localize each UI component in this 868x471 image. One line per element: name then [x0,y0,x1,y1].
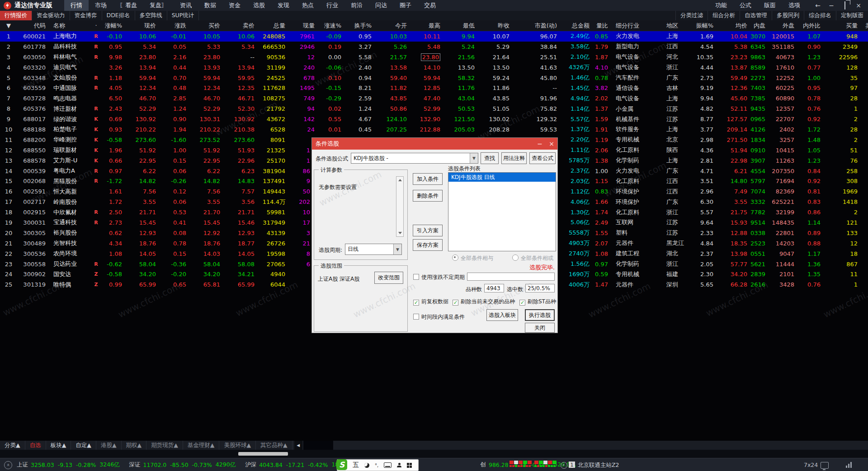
tool-组合分析[interactable]: 组合分析 [708,11,740,20]
menu-市场[interactable]: 市场 [89,0,113,11]
column-header-idx[interactable]: ▼ [0,20,17,31]
column-header-pe[interactable]: 市盈(动) [513,20,560,31]
find-button[interactable]: 查找 [481,152,499,164]
save-plan-button[interactable]: 保存方案 [413,239,443,251]
table-row[interactable]: 3603050科林电气R9.9823.802.1623.80--90536120… [0,52,868,62]
toolbar-tab-SUP统计[interactable]: SUP统计 [167,11,199,20]
table-row[interactable]: 4603320迪贝电气3.2613.940.4413.9313.94311992… [0,62,868,73]
bottom-tab-港股[interactable]: 港股▲ [96,441,122,450]
column-header-inner[interactable]: 内盘 [750,20,769,31]
dialog-titlebar[interactable]: 条件选股 − × [312,138,557,150]
back-icon[interactable]: ← [811,2,825,9]
menu-资讯[interactable]: 资讯 [174,0,198,11]
radio-all-and[interactable]: 全部条件相与 [452,254,493,262]
chevron-down-icon[interactable]: ▼ [393,244,401,254]
bottom-tab-期权[interactable]: 期权▲ [122,441,147,450]
menu-选股[interactable]: 选股 [247,0,271,11]
menu-功能[interactable]: 功能 [709,0,733,11]
params-scrollbar[interactable] [396,176,404,237]
add-condition-button[interactable]: 加入条件 [413,173,443,185]
signal-bars-icon[interactable] [846,462,853,468]
column-header-chg[interactable]: 涨跌 [159,20,189,31]
menu-选项[interactable]: 选项 [782,0,807,11]
menu-前沿[interactable]: 前沿 [344,0,369,11]
menu-发现[interactable]: 发现 [271,0,296,11]
dialog-minimize-icon[interactable]: − [534,140,546,147]
bottom-tab-分类[interactable]: 分类▲ [0,441,25,450]
column-header-ratio[interactable]: 内外比 [797,20,824,31]
toolbar-tab-行情报价[interactable]: 行情报价 [0,11,32,20]
tab-scroll-left-icon[interactable]: ◀ [294,441,302,450]
ime-moon-icon[interactable] [364,463,369,468]
column-header-more[interactable]: 卖 [861,20,868,31]
column-header-high[interactable]: 最高 [410,20,443,31]
radio-all-or[interactable]: 全部条件相或 [512,254,553,262]
table-row[interactable]: 10688188柏楚电子K0.93210.221.94210.22210.386… [0,124,868,135]
menu-行业[interactable]: 行业 [320,0,344,11]
menu-复盘〗[interactable]: 复盘〗 [143,0,174,11]
column-header-prev[interactable]: 昨收 [478,20,513,31]
column-header-price[interactable]: 现价 [125,20,159,31]
column-header-code[interactable]: 代码 [17,20,49,31]
column-header-buyv[interactable]: 买量 [824,20,861,31]
bottom-tab-美股环球[interactable]: 美股环球▲ [219,441,256,450]
condition-listbox[interactable]: KDJ牛股选股 日线 [448,172,556,251]
bottom-tab-其它品种[interactable]: 其它品种▲ [256,441,292,450]
close-icon[interactable]: × [852,2,865,9]
column-header-vol[interactable]: 总量 [258,20,288,31]
table-row[interactable]: 1600021上海电力R-0.1010.06-0.0110.0510.06248… [0,31,868,42]
bottom-tab-自选[interactable]: 自选 [25,441,46,450]
tab-scroll-track[interactable] [303,441,333,450]
column-header-qrr[interactable]: 量比 [593,20,611,31]
toolbar-tab-资金驱动力[interactable]: 资金驱动力 [32,11,70,20]
ime-logo-icon[interactable]: S [336,459,347,470]
table-row[interactable]: 5603348文灿股份R1.1859.940.7059.9459.9524525… [0,73,868,83]
horizontal-scrollbar[interactable] [0,450,868,458]
condition-list-item-selected[interactable]: KDJ牛股选股 日线 [448,173,556,182]
change-range-button[interactable]: 改变范围 [374,272,403,284]
column-header-low[interactable]: 最低 [443,20,478,31]
ime-user-icon[interactable] [397,463,401,467]
monitor-icon[interactable] [821,462,829,469]
menu-问达[interactable]: 问达 [369,0,393,11]
chevron-down-icon[interactable]: ▼ [470,153,478,163]
column-header-amount[interactable]: 总金额 [560,20,593,31]
bottom-tab-板块[interactable]: 板块▲ [46,441,71,450]
updown-period-input[interactable] [467,273,555,281]
pick-to-block-button[interactable]: 选股入板块 [486,309,518,321]
expand-indices-icon[interactable]: « [4,461,12,469]
dialog-close-icon[interactable]: × [546,140,557,147]
tool-分类过滤[interactable]: 分类过滤 [675,11,708,20]
minimize-icon[interactable]: − [825,2,838,9]
tool-多股同列[interactable]: 多股同列 [772,11,804,20]
checkbox-timerange[interactable]: 时间段内满足条件 [413,313,465,321]
menu-数据[interactable]: 数据 [198,0,222,11]
column-header-turn[interactable]: 换手% [344,20,375,31]
column-header-ask[interactable]: 卖价 [223,20,258,31]
menu-公式[interactable]: 公式 [733,0,758,11]
ime-grid-icon[interactable] [407,463,412,468]
menu-版面[interactable]: 版面 [758,0,782,11]
bottom-tab-期货现货[interactable]: 期货现货▲ [146,441,183,450]
menu-资金[interactable]: 资金 [222,0,247,11]
bottom-tab-基金理财[interactable]: 基金理财▲ [183,441,220,450]
tool-定制版面[interactable]: 定制版面 [836,11,868,20]
bottom-tab-自定[interactable]: 自定▲ [71,441,96,450]
checkbox-remove-untraded[interactable]: ✓剔除当前未交易的品种 [453,298,515,306]
scroll-up-icon[interactable] [398,179,402,181]
column-header-speed[interactable]: 涨速% [318,20,344,31]
column-header-bid[interactable]: 买价 [189,20,223,31]
table-row[interactable]: 9688017绿的谐波K0.69130.920.90130.31130.9243… [0,114,868,124]
scrollbar-thumb[interactable] [238,452,288,456]
checkbox-updown-period[interactable]: 使用涨跌不定周期 [413,273,465,281]
checkbox-remove-st[interactable]: ✓剔除ST品种 [519,298,556,306]
column-header-outer[interactable]: 外盘 [769,20,797,31]
tool-综合排名[interactable]: 综合排名 [804,11,836,20]
view-formula-button[interactable]: 查看公式 [529,152,556,164]
column-header-ampl[interactable]: 振幅% [693,20,717,31]
toolbar-tab-DDE排名[interactable]: DDE排名 [102,11,135,20]
column-header-open[interactable]: 今开 [375,20,410,31]
column-header-cur[interactable]: 现量 [288,20,318,31]
ime-keyboard-icon[interactable] [384,462,392,468]
tool-自选管理[interactable]: 自选管理 [740,11,772,20]
